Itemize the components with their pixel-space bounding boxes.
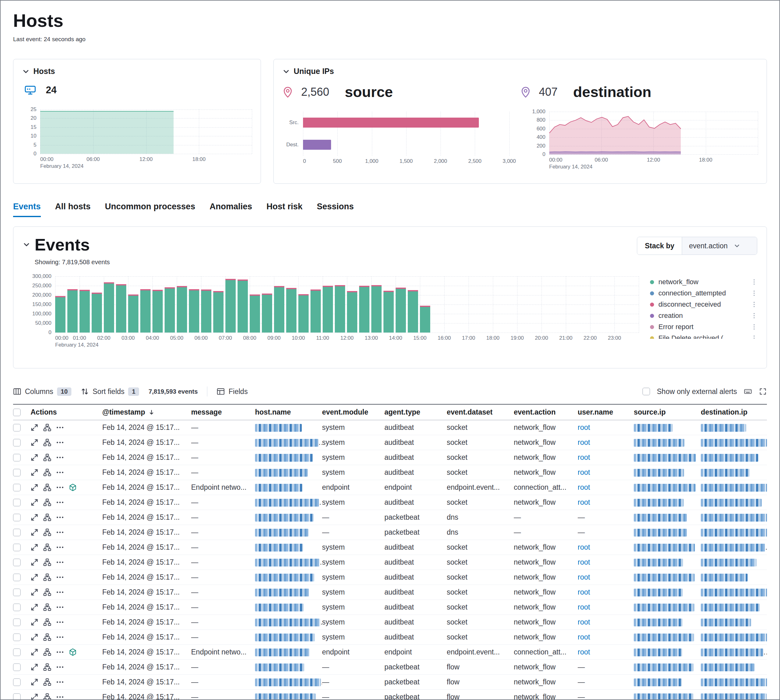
row-checkbox[interactable] [13, 574, 21, 581]
source-ip-cell[interactable] [634, 633, 701, 642]
column-header-host-name[interactable]: host.name [255, 408, 322, 417]
expand-event-icon[interactable] [30, 498, 38, 506]
analyze-event-icon[interactable] [43, 648, 51, 656]
analyze-event-icon[interactable] [43, 573, 51, 581]
source-ip-cell[interactable] [634, 483, 701, 492]
analyze-event-icon[interactable] [43, 483, 51, 491]
legend-options-icon[interactable] [751, 290, 757, 297]
destination-ip-cell[interactable] [701, 543, 767, 552]
host-name-cell[interactable] [255, 603, 322, 612]
source-ip-cell[interactable] [634, 693, 701, 700]
source-ip-cell[interactable] [634, 678, 701, 686]
stack-by-select[interactable]: event.action [682, 237, 757, 255]
destination-ip-cell[interactable] [701, 678, 767, 686]
row-checkbox[interactable] [13, 648, 21, 656]
more-actions-icon[interactable] [56, 498, 64, 506]
user-name-cell[interactable]: root [578, 603, 634, 612]
host-name-cell[interactable] [255, 648, 322, 656]
host-name-cell[interactable] [255, 558, 322, 567]
row-checkbox[interactable] [13, 678, 21, 686]
source-ip-cell[interactable] [634, 618, 701, 627]
legend-item-disconnect-received[interactable]: disconnect_received [650, 299, 757, 310]
source-ip-cell[interactable] [634, 543, 701, 552]
destination-ip-cell[interactable] [701, 513, 767, 522]
destination-ip-cell[interactable] [701, 423, 767, 432]
destination-ip-cell[interactable] [701, 558, 767, 567]
user-name-cell[interactable]: root [578, 573, 634, 582]
sort-fields-button[interactable]: Sort fields 1 [81, 387, 139, 396]
row-checkbox[interactable] [13, 529, 21, 536]
more-actions-icon[interactable] [56, 573, 64, 581]
expand-event-icon[interactable] [30, 543, 38, 551]
column-header-user-name[interactable]: user.name [578, 408, 634, 417]
source-ip-cell[interactable] [634, 453, 701, 462]
analyze-event-icon[interactable] [43, 633, 51, 641]
fields-button[interactable]: Fields [217, 387, 248, 396]
analyze-event-icon[interactable] [43, 558, 51, 566]
tab-anomalies[interactable]: Anomalies [210, 202, 252, 217]
more-actions-icon[interactable] [56, 648, 64, 656]
source-ip-cell[interactable] [634, 528, 701, 537]
column-header-source-ip[interactable]: source.ip [634, 408, 701, 417]
column-header-event-action[interactable]: event.action [514, 408, 578, 417]
destination-ip-cell[interactable] [701, 573, 767, 582]
row-checkbox[interactable] [13, 588, 21, 596]
more-actions-icon[interactable] [56, 588, 64, 596]
host-name-cell[interactable] [255, 663, 322, 671]
host-name-cell[interactable] [255, 588, 322, 597]
row-checkbox[interactable] [13, 618, 21, 626]
host-name-cell[interactable] [255, 438, 322, 447]
source-ip-cell[interactable] [634, 588, 701, 597]
analyze-event-icon[interactable] [43, 678, 51, 686]
legend-options-icon[interactable] [751, 335, 757, 339]
source-ip-cell[interactable] [634, 468, 701, 477]
expand-event-icon[interactable] [30, 573, 38, 581]
keyboard-shortcuts-icon[interactable] [744, 387, 752, 395]
expand-event-icon[interactable] [30, 678, 38, 686]
more-actions-icon[interactable] [56, 558, 64, 566]
collapse-hosts-panel-icon[interactable] [22, 68, 30, 75]
row-checkbox[interactable] [13, 663, 21, 671]
host-name-cell[interactable] [255, 573, 322, 582]
legend-options-icon[interactable] [751, 301, 757, 308]
more-actions-icon[interactable] [56, 438, 64, 447]
legend-options-icon[interactable] [751, 278, 757, 285]
user-name-cell[interactable]: root [578, 543, 634, 552]
host-name-cell[interactable] [255, 543, 322, 552]
row-checkbox[interactable] [13, 424, 21, 432]
expand-event-icon[interactable] [30, 453, 38, 462]
user-name-cell[interactable]: root [578, 633, 634, 642]
expand-event-icon[interactable] [30, 633, 38, 641]
row-checkbox[interactable] [13, 484, 21, 491]
expand-event-icon[interactable] [30, 648, 38, 656]
analyze-event-icon[interactable] [43, 468, 51, 476]
expand-event-icon[interactable] [30, 588, 38, 596]
analyze-event-icon[interactable] [43, 663, 51, 671]
column-header-event-dataset[interactable]: event.dataset [447, 408, 514, 417]
destination-ip-cell[interactable] [701, 693, 767, 700]
tab-uncommon-processes[interactable]: Uncommon processes [105, 202, 195, 217]
source-ip-cell[interactable] [634, 513, 701, 522]
analyze-event-icon[interactable] [43, 528, 51, 536]
source-ip-cell[interactable] [634, 423, 701, 432]
tab-events[interactable]: Events [13, 202, 41, 217]
analyze-event-icon[interactable] [43, 423, 51, 432]
row-checkbox[interactable] [13, 514, 21, 521]
analyze-event-icon[interactable] [43, 453, 51, 462]
more-actions-icon[interactable] [56, 678, 64, 686]
columns-button[interactable]: Columns 10 [13, 387, 72, 396]
expand-event-icon[interactable] [30, 663, 38, 671]
column-header-actions[interactable]: Actions [30, 408, 102, 417]
destination-ip-cell[interactable] [701, 438, 767, 447]
more-actions-icon[interactable] [56, 618, 64, 626]
user-name-cell[interactable]: root [578, 618, 634, 627]
expand-event-icon[interactable] [30, 483, 38, 491]
more-actions-icon[interactable] [56, 663, 64, 671]
expand-event-icon[interactable] [30, 603, 38, 611]
user-name-cell[interactable]: root [578, 498, 634, 507]
analyze-event-icon[interactable] [43, 543, 51, 551]
legend-options-icon[interactable] [751, 312, 757, 319]
more-actions-icon[interactable] [56, 528, 64, 536]
host-name-cell[interactable] [255, 528, 322, 537]
destination-ip-cell[interactable] [701, 618, 767, 627]
